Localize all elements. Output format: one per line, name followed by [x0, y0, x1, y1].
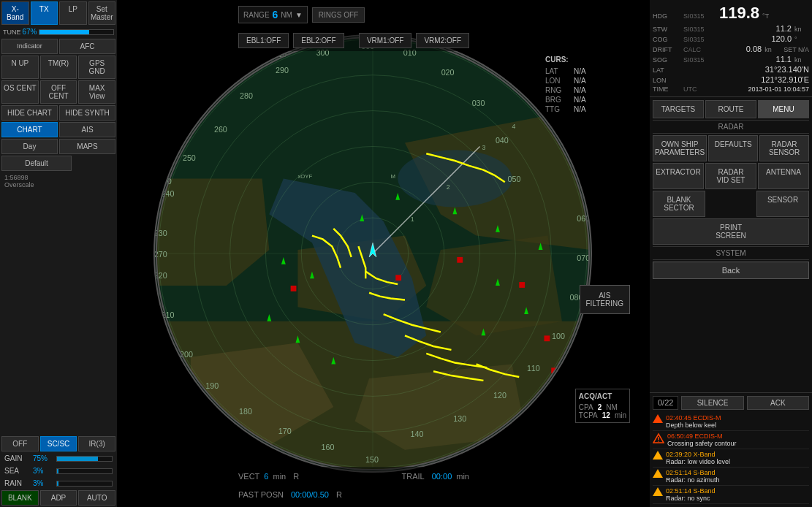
- off-cent-button[interactable]: OFF CENT: [40, 80, 77, 104]
- drift-unit: kn: [764, 46, 779, 53]
- sea-slider[interactable]: [56, 468, 113, 474]
- bottom-left-panel: OFF SC/SC IR(3) GAIN 75% SEA 3% RAIN 3% …: [0, 435, 117, 507]
- alert-text-2: 06:50:49 ECDIS-M Crossing safety contour: [667, 432, 809, 447]
- sog-row: SOG SI0315 11.1 kn: [653, 54, 809, 64]
- auto-button[interactable]: AUTO: [78, 490, 115, 506]
- adp-button[interactable]: ADP: [40, 490, 77, 506]
- top-button-row: X-Band TX LP Set Master: [1, 1, 115, 25]
- radar-area: RANGE 6 NM ▼ RINGS OFF EBL1:OFF EBL2:OFF…: [117, 0, 636, 507]
- chart-ais-row: CHART AIS: [1, 122, 115, 137]
- back-button[interactable]: Back: [653, 262, 809, 279]
- range-arrow[interactable]: ▼: [295, 11, 303, 19]
- defaults-button[interactable]: DEFAULTS: [708, 135, 758, 161]
- radar-display[interactable]: MxOYF 000 010 020 030 040 050 060: [153, 34, 592, 473]
- xband-button[interactable]: X-Band: [1, 1, 29, 25]
- afc-button[interactable]: AFC: [59, 39, 115, 54]
- hide-chart-button[interactable]: HIDE CHART: [1, 105, 58, 121]
- targets-route-menu-row: TARGETS ROUTE MENU: [653, 100, 809, 118]
- rings-off-button[interactable]: RINGS OFF: [312, 7, 365, 23]
- tcpa-row: TCPA 12 min: [579, 411, 626, 419]
- alert-icon-yellow-3: [653, 487, 663, 496]
- lat-value: 31°23.140'N: [683, 65, 809, 74]
- ais-filtering-button[interactable]: AIS FILTERING: [580, 285, 630, 314]
- ebl2-button[interactable]: EBL2:OFF: [293, 33, 344, 48]
- gps-gnd-button[interactable]: GPS GND: [78, 56, 115, 79]
- own-ship-button[interactable]: OWN SHIP PARAMETERS: [653, 135, 707, 161]
- range-label: RANGE: [243, 11, 270, 19]
- svg-rect-35: [519, 282, 525, 288]
- scsc-button[interactable]: SC/SC: [40, 436, 77, 451]
- ais-button[interactable]: AIS: [59, 122, 115, 137]
- alert-time-2: 06:50:49 ECDIS-M: [667, 432, 809, 440]
- nup-button[interactable]: N UP: [1, 56, 39, 79]
- blank-button[interactable]: BLANK: [1, 490, 39, 506]
- tune-label: TUNE: [3, 28, 21, 36]
- rain-row: RAIN 3%: [1, 478, 115, 489]
- scale-info: 1:56898 Overscale: [1, 172, 115, 190]
- tune-bar[interactable]: [39, 29, 114, 35]
- svg-text:130: 130: [453, 414, 466, 423]
- vect-trail-row: VECT 6 min R TRAIL 00:00 min: [234, 467, 474, 485]
- ack-button[interactable]: ACK: [747, 396, 809, 410]
- tcpa-value: 12: [602, 411, 610, 419]
- targets-button[interactable]: TARGETS: [653, 100, 704, 118]
- lp-button[interactable]: LP: [59, 1, 87, 25]
- rain-pct: 3%: [33, 479, 53, 487]
- antenna-button[interactable]: ANTENNA: [758, 163, 809, 189]
- gain-slider[interactable]: [56, 456, 113, 462]
- menu-button[interactable]: MENU: [758, 100, 809, 118]
- blank-sector-row: BLANK SECTOR SENSOR: [653, 191, 809, 217]
- sea-row: SEA 3%: [1, 465, 115, 476]
- radar-sensor-button[interactable]: RADAR SENSOR: [759, 135, 809, 161]
- cpa-unit: NM: [606, 403, 618, 411]
- alert-time-4: 02:51:14 S-Band: [666, 469, 809, 476]
- max-view-button[interactable]: MAX View: [78, 80, 115, 104]
- day-button[interactable]: Day: [1, 139, 58, 154]
- sea-pct: 3%: [33, 467, 53, 475]
- stw-unit: kn: [794, 26, 809, 33]
- cpa-row: CPA 2 NM: [579, 403, 626, 411]
- svg-text:250: 250: [183, 153, 196, 162]
- svg-text:160: 160: [321, 443, 334, 451]
- left-panel: X-Band TX LP Set Master TUNE 67% Indicat…: [0, 0, 117, 507]
- ir3-button[interactable]: IR(3): [78, 436, 115, 451]
- sensor-button[interactable]: SENSOR: [756, 191, 809, 217]
- off-button[interactable]: OFF: [1, 436, 39, 451]
- vrm1-button[interactable]: VRM1:OFF: [359, 33, 412, 48]
- svg-rect-37: [544, 335, 550, 341]
- svg-text:4: 4: [512, 123, 516, 130]
- sea-label: SEA: [4, 467, 30, 475]
- svg-text:2: 2: [447, 183, 450, 191]
- set-master-button[interactable]: Set Master: [88, 1, 116, 25]
- gain-pct: 75%: [33, 454, 53, 462]
- tm-button[interactable]: TM(R): [40, 56, 77, 79]
- blank-sector-button[interactable]: BLANK SECTOR: [653, 191, 705, 217]
- sog-key: SOG: [653, 56, 680, 64]
- silence-button[interactable]: SILENCE: [681, 396, 743, 410]
- time-row: TIME UTC 2013-01-01 10:04:57: [653, 85, 809, 94]
- print-screen-button[interactable]: PRINT SCREEN: [653, 218, 809, 245]
- lat-key: LAT: [653, 66, 680, 74]
- time-source: UTC: [683, 85, 716, 93]
- gain-label: GAIN: [4, 454, 30, 462]
- radar-vid-set-button[interactable]: RADAR VID SET: [705, 163, 756, 189]
- past-posn-r: R: [336, 490, 342, 499]
- trail-unit: min: [456, 472, 469, 481]
- cog-unit: °: [794, 36, 809, 43]
- hide-synth-button[interactable]: HIDE SYNTH: [59, 105, 115, 121]
- maps-button[interactable]: MAPS: [59, 139, 115, 154]
- rain-slider[interactable]: [56, 481, 113, 487]
- tx-button[interactable]: TX: [31, 1, 58, 25]
- svg-point-10: [398, 150, 512, 207]
- default-button[interactable]: Default: [1, 156, 72, 171]
- alert-icon-yellow-2: [653, 469, 663, 478]
- extractor-button[interactable]: EXTRACTOR: [653, 163, 704, 189]
- svg-text:3: 3: [482, 144, 485, 151]
- os-cent-button[interactable]: OS CENT: [1, 80, 39, 104]
- route-button[interactable]: ROUTE: [705, 100, 756, 118]
- ebl1-button[interactable]: EBL1:OFF: [238, 33, 289, 48]
- system-section-label[interactable]: SYSTEM: [653, 246, 809, 260]
- rain-slider-fill: [57, 481, 58, 486]
- vrm2-button[interactable]: VRM2:OFF: [416, 33, 469, 48]
- chart-button[interactable]: CHART: [1, 122, 58, 137]
